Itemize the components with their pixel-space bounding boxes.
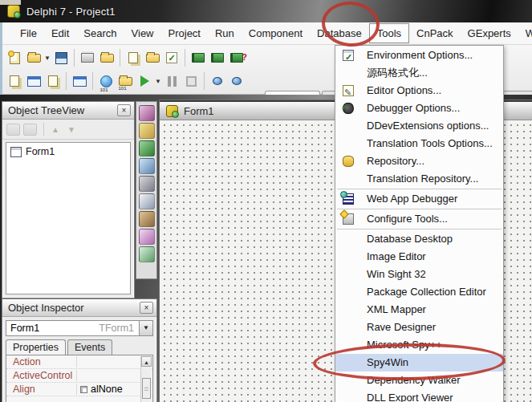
menu-item-dll-export-viewer[interactable]: DLL Export Viewer (335, 389, 503, 402)
save-all-button[interactable] (78, 48, 97, 67)
pause-button[interactable] (162, 71, 181, 91)
menu-item-image-editor[interactable]: Image Editor (335, 248, 503, 266)
menu-item-win-sight-32[interactable]: Win Sight 32 (335, 266, 503, 283)
tab-events[interactable]: Events (67, 339, 112, 355)
trace-into-button[interactable] (208, 71, 227, 91)
view-form-button[interactable] (116, 71, 135, 91)
menu-item-source-format[interactable]: 源码格式化... (335, 64, 503, 82)
open-project-button[interactable] (97, 48, 116, 67)
menu-item-repository[interactable]: Repository... (335, 152, 503, 170)
cnpack-tool-icon-1[interactable] (139, 105, 155, 121)
menu-component[interactable]: Component (242, 24, 310, 43)
close-icon[interactable]: × (117, 104, 131, 116)
configure-tools-icon (343, 213, 354, 225)
menu-item-rave-designer[interactable]: Rave Designer (335, 319, 503, 336)
title-bar: Delphi 7 - Project1 (0, 0, 532, 22)
new-form-button[interactable] (5, 71, 24, 91)
toggle-form-unit-icon (27, 76, 41, 87)
help-question-icon (230, 53, 243, 63)
step-over-button[interactable] (227, 71, 246, 91)
menu-item-database-desktop[interactable]: Database Desktop (335, 230, 503, 248)
tree-item-form1[interactable]: Form1 (10, 146, 126, 157)
menu-item-translation-tools-options[interactable]: Translation Tools Options... (335, 135, 503, 152)
property-grid-scrollbar[interactable]: ▲ (140, 356, 152, 402)
move-up-icon[interactable]: ▲ (51, 125, 59, 134)
help-book-icon (192, 53, 205, 63)
menu-window[interactable]: Window (518, 24, 532, 43)
help-context-button[interactable] (227, 48, 246, 67)
program-reset-button[interactable] (181, 71, 201, 91)
cnpack-tool-icon-5[interactable] (139, 176, 155, 192)
property-row-activecontrol[interactable]: ActiveControl (6, 369, 152, 383)
open-project-icon (100, 54, 114, 63)
close-icon[interactable]: × (140, 302, 153, 314)
menu-item-debugger-options[interactable]: Debugger Options... (335, 99, 503, 117)
help-button[interactable] (208, 48, 227, 67)
scrollbar-thumb[interactable] (142, 378, 151, 399)
menu-item-editor-options[interactable]: Editor Options... (335, 82, 503, 99)
run-button[interactable] (135, 71, 154, 91)
menu-item-configure-tools[interactable]: Configure Tools... (335, 210, 503, 228)
debugger-options-icon (343, 103, 354, 114)
menu-cnpack[interactable]: CnPack (409, 24, 461, 43)
open-dropdown[interactable]: ▼ (43, 55, 51, 62)
menu-bar: File Edit Search View Project Run Compon… (0, 22, 532, 45)
menu-item-translation-repository[interactable]: Translation Repository... (335, 170, 503, 188)
object-selector[interactable]: Form1 TForm1 ▼ (6, 320, 153, 336)
menu-gexperts[interactable]: GExperts (461, 24, 518, 43)
treeview-toolbar: ▲ ▼ (2, 120, 134, 140)
remove-file-button[interactable] (143, 48, 162, 67)
run-dropdown[interactable]: ▼ (154, 78, 162, 85)
save-floppy-icon (55, 52, 67, 64)
add-file-button[interactable] (124, 48, 143, 67)
property-row-partial[interactable] (6, 396, 152, 402)
tab-properties[interactable]: Properties (6, 339, 66, 355)
property-row-align[interactable]: Align alNone (6, 383, 152, 396)
toggle-form-unit-button[interactable] (24, 71, 43, 91)
open-button[interactable] (24, 48, 43, 67)
property-row-action[interactable]: Action (6, 355, 152, 369)
cnpack-tool-icon-7[interactable] (139, 211, 155, 227)
align-value-icon (80, 386, 87, 393)
environment-options-icon (343, 50, 354, 61)
delphi-app-icon (7, 5, 20, 18)
view-form-blue-button[interactable] (70, 71, 89, 91)
cnpack-tool-icon-2[interactable] (139, 123, 155, 139)
menu-run[interactable]: Run (208, 24, 242, 43)
menu-item-xml-mapper[interactable]: XML Mapper (335, 301, 503, 319)
new-button[interactable] (5, 48, 24, 67)
move-down-icon[interactable]: ▼ (67, 125, 75, 134)
cnpack-tool-icon-6[interactable] (139, 193, 155, 209)
scroll-up-icon[interactable]: ▲ (141, 356, 152, 367)
menu-item-ddevextensions-options[interactable]: DDevExtensions options... (335, 117, 503, 135)
cnpack-tool-icon-9[interactable] (139, 246, 155, 262)
menu-item-environment-options[interactable]: Environment Options... (335, 47, 503, 64)
add-to-project-button[interactable] (43, 71, 63, 91)
menu-item-package-collection-editor[interactable]: Package Collection Editor (335, 283, 503, 301)
cnpack-tool-icon-8[interactable] (139, 229, 155, 245)
toolbar-separator (204, 72, 205, 90)
view-unit-button[interactable] (96, 71, 116, 91)
cnpack-tool-icon-4[interactable] (139, 158, 155, 174)
help-contents-button[interactable] (189, 48, 208, 67)
menu-view[interactable]: View (124, 24, 161, 43)
menu-search[interactable]: Search (76, 24, 124, 43)
project-options-button[interactable]: ✓ (162, 48, 181, 67)
menu-edit[interactable]: Edit (44, 24, 76, 43)
treeview-body: Form1 (6, 142, 131, 294)
menu-item-web-app-debugger[interactable]: Web App Debugger (335, 190, 503, 208)
remove-file-icon (146, 54, 160, 63)
chevron-down-icon[interactable]: ▼ (139, 321, 152, 335)
cnpack-tool-icon-3[interactable] (139, 140, 155, 156)
new-file-icon (10, 52, 20, 64)
menu-project[interactable]: Project (161, 24, 208, 43)
delete-item-button[interactable] (23, 124, 37, 136)
inspector-tabs: Properties Events (6, 339, 114, 355)
add-to-project-icon (48, 75, 58, 87)
menu-file[interactable]: File (13, 24, 44, 43)
toolbar-separator (74, 49, 75, 67)
menu-separator (337, 209, 502, 209)
new-item-button[interactable] (6, 124, 20, 136)
save-button[interactable] (51, 48, 71, 67)
editor-options-icon (343, 85, 354, 96)
